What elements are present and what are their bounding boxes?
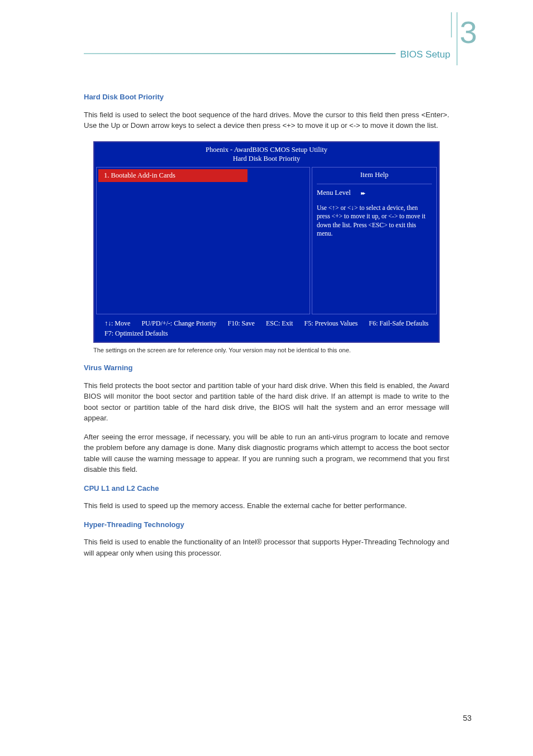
bios-help-title: Item Help <box>317 170 432 184</box>
text-virus-warning-1: This field protects the boot sector and … <box>84 380 449 424</box>
bios-menu-level: Menu Level <box>317 188 432 198</box>
chapter-number: 3 <box>460 14 477 50</box>
bios-selected-item: 1. Bootable Add-in Cards <box>98 169 248 182</box>
page-header-title: BIOS Setup <box>396 49 450 60</box>
bios-footer-save: F10: Save <box>228 318 255 328</box>
bios-footer-exit: ESC: Exit <box>266 318 293 328</box>
bios-footer-change: PU/PD/+/-: Change Priority <box>141 318 216 328</box>
heading-hard-disk-boot-priority: Hard Disk Boot Priority <box>84 92 449 103</box>
bios-screenshot: Phoenix - AwardBIOS CMOS Setup Utility H… <box>93 141 440 343</box>
text-cpu-cache: This field is used to speed up the memor… <box>84 500 449 511</box>
bios-help-text: Use <↑> or <↓> to select a device, then … <box>317 204 432 238</box>
bios-footer-move: ↑↓: Move <box>104 318 130 328</box>
heading-hyper-threading: Hyper-Threading Technology <box>84 519 449 530</box>
text-virus-warning-2: After seeing the error message, if neces… <box>84 432 449 475</box>
bios-title-2: Hard Disk Boot Priority <box>94 154 439 163</box>
bios-footer-failsafe: F6: Fail-Safe Defaults <box>369 318 429 328</box>
bios-footer-prev: F5: Previous Values <box>304 318 358 328</box>
heading-cpu-cache: CPU L1 and L2 Cache <box>84 483 449 494</box>
bios-title-1: Phoenix - AwardBIOS CMOS Setup Utility <box>94 145 439 154</box>
bios-footer-optimized: F7: Optimized Defaults <box>104 328 168 338</box>
text-hyper-threading: This field is used to enable the functio… <box>84 537 449 558</box>
bios-caption: The settings on the screen are for refer… <box>93 346 440 355</box>
page-number: 53 <box>463 714 472 722</box>
heading-virus-warning: Virus Warning <box>84 362 449 374</box>
text-hard-disk-body: This field is used to select the boot se… <box>84 109 449 131</box>
